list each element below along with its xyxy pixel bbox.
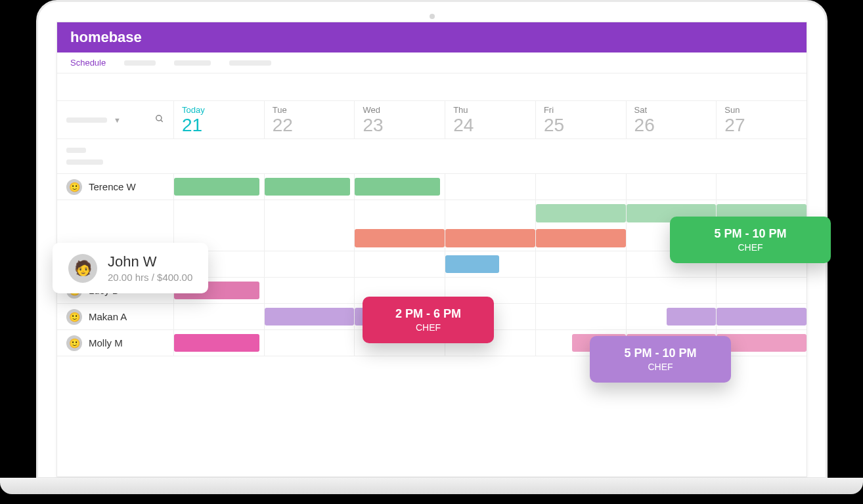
schedule-cell[interactable] bbox=[174, 174, 265, 200]
employee-name: Terence W bbox=[89, 181, 136, 192]
schedule-cell[interactable] bbox=[627, 174, 717, 200]
shift-time: 5 PM - 10 PM bbox=[687, 227, 814, 241]
employee-card-meta: 20.00 hrs / $400.00 bbox=[108, 272, 192, 283]
toolbar-row bbox=[57, 74, 807, 101]
day-column-header[interactable]: Today21 bbox=[174, 101, 265, 138]
app-title: homebase bbox=[70, 29, 142, 45]
day-column-header[interactable]: Thu24 bbox=[445, 101, 536, 138]
avatar: 🧑 bbox=[68, 254, 97, 283]
day-column-header[interactable]: Sun27 bbox=[717, 101, 807, 138]
day-label: Sun bbox=[724, 105, 799, 115]
shift-card-purple[interactable]: 5 PM - 10 PM CHEF bbox=[590, 336, 731, 383]
schedule-cell[interactable] bbox=[265, 174, 355, 200]
filter-cell: ▼ bbox=[57, 101, 174, 138]
nav-placeholder bbox=[229, 60, 271, 66]
day-column-header[interactable]: Tue22 bbox=[265, 101, 355, 138]
avatar: 🙂 bbox=[66, 335, 82, 351]
day-number: 27 bbox=[724, 115, 799, 136]
day-number: 24 bbox=[453, 115, 527, 136]
shift-role: CHEF bbox=[380, 322, 477, 333]
shift-block[interactable] bbox=[355, 229, 445, 247]
app-header: homebase bbox=[57, 22, 807, 52]
schedule-cell[interactable] bbox=[355, 174, 445, 200]
shift-role: CHEF bbox=[607, 362, 714, 372]
schedule-cell[interactable] bbox=[717, 278, 807, 303]
shift-time: 5 PM - 10 PM bbox=[607, 346, 714, 360]
schedule-cell[interactable] bbox=[265, 304, 355, 329]
schedule-cell[interactable] bbox=[717, 174, 807, 200]
shift-block[interactable] bbox=[445, 255, 499, 273]
schedule-cell[interactable] bbox=[355, 251, 445, 277]
day-column-header[interactable]: Wed23 bbox=[355, 101, 445, 138]
employee-row: 🙂Terence W bbox=[57, 174, 807, 200]
avatar: 🙂 bbox=[66, 179, 82, 195]
employee-cell[interactable]: 🙂Molly M bbox=[57, 330, 174, 356]
svg-point-0 bbox=[156, 116, 162, 121]
nav-schedule[interactable]: Schedule bbox=[70, 58, 106, 68]
schedule-cell[interactable] bbox=[355, 200, 445, 251]
day-number: 26 bbox=[634, 115, 709, 136]
shift-block[interactable] bbox=[536, 204, 626, 222]
day-label: Sat bbox=[634, 105, 709, 115]
schedule-cell[interactable] bbox=[536, 278, 627, 303]
summary-placeholder bbox=[66, 159, 103, 165]
search-icon[interactable] bbox=[155, 114, 164, 125]
schedule-cell[interactable] bbox=[265, 200, 355, 251]
chevron-down-icon[interactable]: ▼ bbox=[114, 116, 121, 124]
day-header-row: ▼ Today21Tue22Wed23Thu24Fri25Sat26Sun27 bbox=[57, 101, 807, 139]
shift-block[interactable] bbox=[265, 178, 350, 196]
shift-card-green[interactable]: 5 PM - 10 PM CHEF bbox=[670, 217, 831, 263]
nav-placeholder bbox=[174, 60, 211, 66]
top-nav: Schedule bbox=[57, 52, 807, 74]
schedule-cell[interactable] bbox=[717, 304, 807, 329]
employee-name: Molly M bbox=[89, 337, 123, 348]
day-label: Tue bbox=[273, 105, 347, 115]
day-number: 22 bbox=[273, 115, 347, 136]
employee-card-name: John W bbox=[108, 253, 192, 270]
day-label: Fri bbox=[544, 105, 618, 115]
schedule-cell[interactable] bbox=[174, 304, 265, 329]
schedule-cell[interactable] bbox=[265, 278, 355, 303]
employee-cell[interactable]: 🙂Makan A bbox=[57, 304, 174, 329]
day-label: Wed bbox=[363, 105, 437, 115]
schedule-cell[interactable] bbox=[536, 251, 627, 277]
shift-role: CHEF bbox=[687, 242, 814, 253]
schedule-cell[interactable] bbox=[445, 174, 536, 200]
schedule-cell[interactable] bbox=[627, 278, 717, 303]
shift-block[interactable] bbox=[174, 178, 259, 196]
employee-detail-card[interactable]: 🧑 John W 20.00 hrs / $400.00 bbox=[53, 243, 208, 293]
shift-block[interactable] bbox=[667, 308, 716, 326]
schedule-cell[interactable] bbox=[265, 330, 355, 356]
employee-name: Makan A bbox=[89, 311, 127, 322]
schedule-cell[interactable] bbox=[536, 200, 627, 251]
day-number: 25 bbox=[544, 115, 618, 136]
shift-block[interactable] bbox=[717, 308, 807, 326]
schedule-cell[interactable] bbox=[445, 251, 536, 277]
camera-dot bbox=[430, 14, 435, 19]
day-column-header[interactable]: Fri25 bbox=[536, 101, 627, 138]
filter-placeholder bbox=[66, 117, 107, 123]
laptop-base bbox=[0, 478, 863, 494]
svg-line-1 bbox=[161, 120, 163, 122]
employee-cell[interactable]: 🙂Terence W bbox=[57, 174, 174, 200]
schedule-cell[interactable] bbox=[174, 330, 265, 356]
avatar: 🙂 bbox=[66, 309, 82, 325]
schedule-cell[interactable] bbox=[445, 200, 536, 251]
day-label: Today bbox=[182, 105, 256, 115]
schedule-cell[interactable] bbox=[536, 304, 627, 329]
day-label: Thu bbox=[453, 105, 527, 115]
shift-time: 2 PM - 6 PM bbox=[380, 307, 477, 321]
day-column-header[interactable]: Sat26 bbox=[627, 101, 717, 138]
schedule-cell[interactable] bbox=[536, 174, 627, 200]
shift-block[interactable] bbox=[355, 178, 440, 196]
shift-block[interactable] bbox=[445, 229, 535, 247]
schedule-cell[interactable] bbox=[265, 251, 355, 277]
day-number: 23 bbox=[363, 115, 437, 136]
shift-block[interactable] bbox=[536, 229, 626, 247]
schedule-cell[interactable] bbox=[627, 304, 717, 329]
shift-block[interactable] bbox=[174, 334, 259, 352]
shift-card-red[interactable]: 2 PM - 6 PM CHEF bbox=[363, 297, 494, 343]
day-number: 21 bbox=[182, 115, 256, 136]
shift-block[interactable] bbox=[265, 308, 355, 326]
summary-rows bbox=[57, 139, 807, 174]
